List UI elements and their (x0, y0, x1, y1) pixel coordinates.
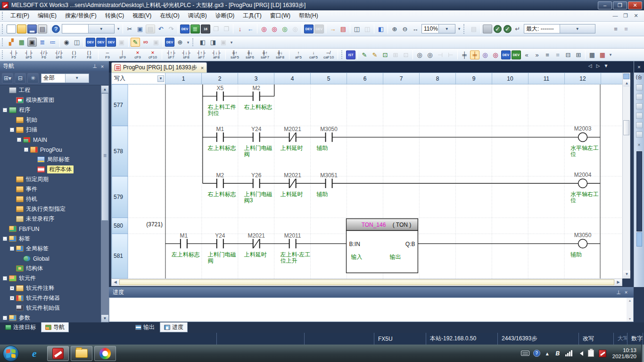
gx-tray-icon[interactable] (599, 350, 606, 357)
nav-item-4[interactable]: -扫描 (0, 125, 101, 135)
zoom-out-icon[interactable]: ⊖ (400, 25, 410, 33)
volume-icon[interactable] (578, 351, 583, 356)
list-y-icon[interactable]: ⊞ (574, 50, 583, 59)
fkey-a-icon[interactable]: ▦ (587, 50, 597, 59)
vscroll-thumb[interactable] (623, 120, 629, 135)
menu-item-0[interactable]: 工程(P) (6, 10, 33, 21)
taskbar-clock[interactable]: 10:13 2021/8/20 (612, 347, 636, 360)
ladder-symbol-F9[interactable]: ─F9 (100, 49, 115, 60)
ladder-symbol-caF10[interactable]: ─/caF10 (322, 49, 336, 60)
bluetooth-icon[interactable]: B (553, 350, 563, 357)
tb-binoculars-icon[interactable]: ◉ (62, 38, 71, 47)
close-icon[interactable]: × (622, 289, 630, 295)
tab-scroll-left-icon[interactable]: ◁ (586, 63, 594, 68)
list-x-icon[interactable]: ⊟ (563, 50, 573, 59)
dock-tab-1[interactable]: 进度 (160, 322, 188, 332)
menu-item-1[interactable]: 编辑(E) (33, 10, 61, 21)
dock-icon[interactable] (636, 113, 643, 119)
tb-edit-hl-icon[interactable]: ✎ (131, 38, 140, 47)
tb-win-b-icon[interactable]: ◨ (208, 38, 218, 47)
mag-red-icon[interactable]: ◎ (259, 25, 269, 33)
tree-expander-icon[interactable]: - (24, 148, 28, 152)
clipboard-tray-icon[interactable] (588, 350, 594, 357)
chevron-down-icon[interactable]: ▼ (157, 75, 164, 82)
hscroll-thumb[interactable] (119, 280, 614, 285)
taskbar-button-file-explorer[interactable] (71, 346, 92, 361)
tab-list-icon[interactable]: ▼ (602, 63, 610, 68)
menu-item-10[interactable]: 帮助(H) (295, 10, 322, 21)
ladder-symbol-sF6[interactable]: ┤/├sF6 (52, 49, 66, 60)
ladder-symbol-sF9[interactable]: │sF9 (116, 49, 130, 60)
nav-item-19[interactable]: -软元件 (0, 273, 101, 283)
mag-p-icon[interactable]: ◎ (480, 50, 490, 59)
square-gray-icon[interactable] (483, 25, 492, 33)
nav-item-6[interactable]: -ProgPou (0, 145, 101, 155)
help-circle-icon[interactable]: ? (52, 25, 60, 33)
nav-item-11[interactable]: 待机 (0, 194, 101, 204)
ladder-symbol-F5[interactable]: ┤ ├F5 (7, 49, 21, 60)
nav-item-8[interactable]: 程序本体 (0, 165, 101, 174)
print-icon[interactable]: ▤ (38, 25, 47, 33)
wire-b-icon[interactable]: ╪ (470, 50, 479, 59)
fit-width-icon[interactable]: ↔ (411, 25, 420, 33)
nav-item-17[interactable]: Global (0, 254, 101, 263)
wire-a-icon[interactable]: ╪ (460, 50, 469, 59)
close-button[interactable]: ✕ (628, 1, 642, 9)
nav-item-22[interactable]: 软元件初始值 (0, 303, 101, 313)
dock-icon[interactable] (636, 84, 643, 90)
maximize-button[interactable]: ❐ (613, 1, 627, 9)
toolbar-combo[interactable]: ▼ (62, 24, 115, 33)
paste-icon[interactable]: ▤ (146, 25, 155, 33)
tb-mag-chip-icon[interactable]: ⊕ (175, 38, 185, 47)
redo-icon[interactable]: ↷ (166, 25, 176, 33)
dock-icon[interactable] (636, 103, 643, 109)
nav-item-23[interactable]: -参数 (0, 313, 101, 322)
tab-progpou[interactable]: ProgPou [PRG] [LD] 16393步 × (111, 62, 207, 73)
toolbar-overflow-icon[interactable]: ▾ (229, 40, 234, 45)
dev-monitor-icon[interactable]: ≣ (190, 25, 200, 33)
nav-filter-combo[interactable]: 全部▼ (41, 74, 89, 83)
bubble-gray-icon[interactable]: ⊡ (401, 50, 411, 59)
dock-r2-icon[interactable]: ≡ (621, 25, 631, 33)
ladder-symbol-saF6[interactable]: ╫↓saF6 (243, 49, 257, 60)
tb-gray-c-icon[interactable]: ▣ (219, 38, 228, 47)
tb-list-dots-icon[interactable]: ≔ (48, 38, 58, 47)
tb-win-a-icon[interactable]: ◧ (198, 38, 207, 47)
dock-collapsed-bar[interactable] (636, 151, 642, 231)
tb-list-blue-icon[interactable]: ≣ (38, 38, 47, 47)
help-tray-icon[interactable]: ? (533, 350, 540, 357)
win-pair-icon[interactable]: ❐ (222, 25, 231, 33)
ladder-symbol-F7[interactable]: ( )F7 (67, 49, 81, 60)
nav-scrollbar[interactable]: ▲ ▼ (101, 85, 109, 322)
nav-item-20[interactable]: +软元件注释 (0, 283, 101, 293)
tb-gray-a-icon[interactable]: ▣ (117, 38, 126, 47)
check-a-icon[interactable]: ✓ (494, 25, 502, 33)
tree-display-button[interactable]: ⊞▾ (2, 73, 13, 83)
scroll-right-icon[interactable]: ▶ (615, 279, 622, 286)
cut-icon[interactable]: ✂ (125, 25, 134, 33)
tb-dev-b-icon[interactable]: DEV (96, 38, 106, 47)
tb-find-win-icon[interactable]: ◫ (72, 38, 82, 47)
chevron-down-icon[interactable]: ▼ (438, 25, 455, 33)
nav-item-3[interactable]: 初始 (0, 115, 101, 125)
win-find-icon[interactable]: ◫ (352, 25, 362, 33)
new-doc-icon[interactable] (7, 25, 16, 33)
nav-scrollbar-thumb[interactable] (101, 93, 108, 221)
menu-item-8[interactable]: 工具(T) (239, 10, 265, 21)
dock-icon[interactable] (636, 132, 643, 138)
nav-item-1[interactable]: 模块配置图 (0, 95, 101, 105)
close-icon[interactable]: × (99, 64, 106, 69)
undo-icon[interactable]: ↶ (156, 25, 165, 33)
pin-icon[interactable]: ⊥ (615, 289, 622, 296)
progress-scrollbar[interactable]: ▲▼ (627, 298, 633, 321)
pencil-b-icon[interactable]: ✎ (370, 50, 380, 59)
save-floppy-icon[interactable]: ▂ (27, 25, 37, 33)
chevron-down-icon[interactable]: ▼ (65, 74, 89, 82)
nav-item-9[interactable]: 恒定周期 (0, 174, 101, 184)
menu-item-9[interactable]: 窗口(W) (266, 10, 295, 21)
tree-expander-icon[interactable]: - (3, 108, 7, 112)
fb-TON_146[interactable]: TON_146( TON )B:INQ:B输入输出 (347, 219, 418, 273)
mag-doc-a-icon[interactable]: ◎ (415, 50, 424, 59)
ladder-symbol-cF9[interactable]: ✕cF9 (131, 49, 145, 60)
dev-e-icon[interactable]: DEV (512, 50, 521, 59)
